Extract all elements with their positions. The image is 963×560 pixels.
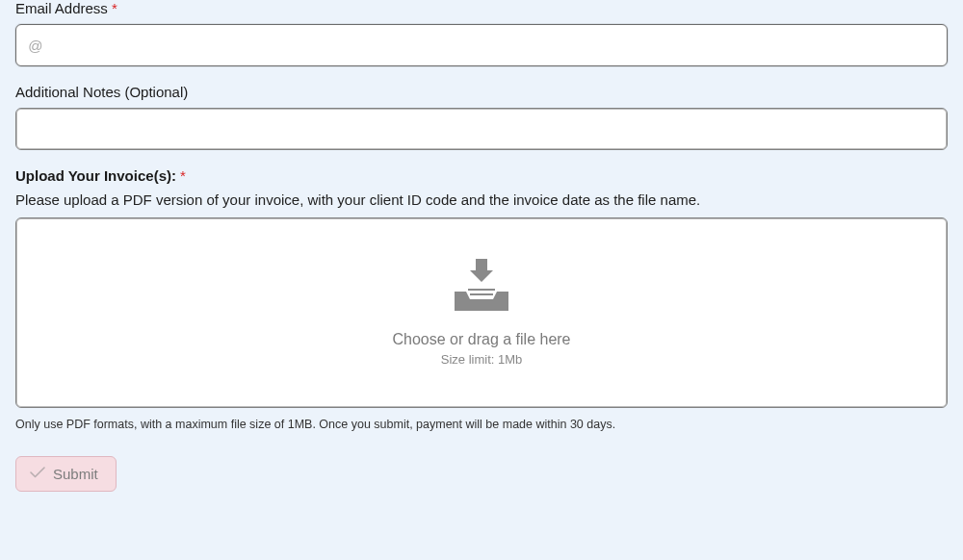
email-input-wrapper [15,24,948,66]
svg-rect-1 [470,293,493,295]
notes-label: Additional Notes (Optional) [15,84,188,100]
required-marker: * [112,0,117,16]
required-marker: * [180,167,186,184]
email-field-group: Email Address * [15,0,948,66]
notes-input[interactable] [15,108,948,150]
upload-icon [449,259,514,318]
notes-field-group: Additional Notes (Optional) [15,84,948,150]
email-label-row: Email Address * [15,0,948,16]
upload-field-group: Upload Your Invoice(s): * Please upload … [15,167,948,431]
upload-limit-text: Size limit: 1Mb [441,352,523,367]
file-upload-dropzone[interactable]: Choose or drag a file here Size limit: 1… [15,217,948,408]
submit-button-label: Submit [53,466,98,482]
checkmark-icon [30,466,45,482]
email-label: Email Address [15,0,108,16]
upload-label: Upload Your Invoice(s): [15,167,176,184]
upload-help-text: Please upload a PDF version of your invo… [15,191,948,208]
submit-button[interactable]: Submit [15,456,117,492]
email-input[interactable] [15,24,948,66]
upload-footer-note: Only use PDF formats, with a maximum fil… [15,418,948,431]
svg-rect-0 [468,289,495,291]
notes-label-row: Additional Notes (Optional) [15,84,948,100]
submit-row: Submit [15,456,948,492]
upload-prompt-text: Choose or drag a file here [393,331,571,348]
upload-label-row: Upload Your Invoice(s): * [15,167,948,184]
